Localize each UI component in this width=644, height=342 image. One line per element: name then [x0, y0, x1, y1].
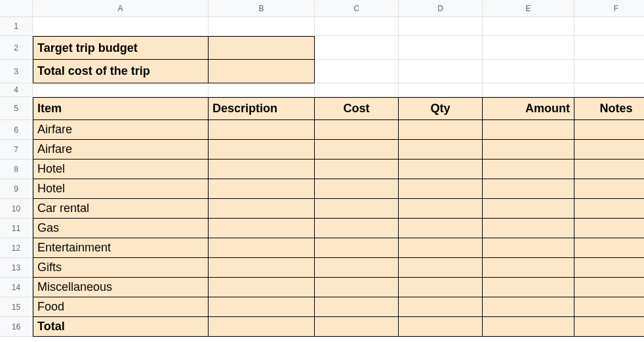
- cell-e4[interactable]: [483, 83, 574, 97]
- cell-cost[interactable]: [315, 120, 399, 140]
- cell-description[interactable]: [209, 258, 315, 278]
- cell-d2[interactable]: [399, 36, 483, 60]
- cell-notes[interactable]: [574, 160, 644, 179]
- cell-amount[interactable]: [483, 140, 574, 160]
- col-header-c[interactable]: C: [315, 0, 399, 17]
- cell-amount[interactable]: [483, 120, 574, 140]
- cell-notes[interactable]: [574, 120, 644, 140]
- total-label-cell[interactable]: Total: [33, 317, 209, 337]
- total-amount-cell[interactable]: [483, 317, 574, 337]
- row-header-16[interactable]: 16: [0, 317, 33, 337]
- cell-notes[interactable]: [574, 297, 644, 317]
- cell-cost[interactable]: [315, 258, 399, 278]
- cell-qty[interactable]: [399, 179, 483, 199]
- cell-description[interactable]: [209, 179, 315, 199]
- total-qty-cell[interactable]: [399, 317, 483, 337]
- row-header-3[interactable]: 3: [0, 60, 33, 83]
- cell-cost[interactable]: [315, 297, 399, 317]
- row-header-14[interactable]: 14: [0, 278, 33, 297]
- cell-c1[interactable]: [315, 17, 399, 36]
- cell-f3[interactable]: [574, 60, 644, 83]
- total-cost-label-cell[interactable]: Total cost of the trip: [33, 60, 209, 83]
- cell-item[interactable]: Hotel: [33, 179, 209, 199]
- cell-notes[interactable]: [574, 199, 644, 219]
- cell-item[interactable]: Entertainment: [33, 238, 209, 258]
- cell-cost[interactable]: [315, 179, 399, 199]
- row-header-4[interactable]: 4: [0, 83, 33, 97]
- cell-cost[interactable]: [315, 160, 399, 179]
- cell-amount[interactable]: [483, 238, 574, 258]
- col-header-a[interactable]: A: [33, 0, 209, 17]
- cell-item[interactable]: Hotel: [33, 160, 209, 179]
- cell-c4[interactable]: [315, 83, 399, 97]
- cell-a4[interactable]: [33, 83, 209, 97]
- cell-d1[interactable]: [399, 17, 483, 36]
- cell-f4[interactable]: [574, 83, 644, 97]
- col-header-e[interactable]: E: [483, 0, 574, 17]
- cell-cost[interactable]: [315, 140, 399, 160]
- cell-qty[interactable]: [399, 219, 483, 238]
- cell-cost[interactable]: [315, 199, 399, 219]
- cell-c3[interactable]: [315, 60, 399, 83]
- cell-description[interactable]: [209, 219, 315, 238]
- cell-amount[interactable]: [483, 160, 574, 179]
- cell-f1[interactable]: [574, 17, 644, 36]
- target-budget-value-cell[interactable]: [209, 36, 315, 60]
- cell-item[interactable]: Gifts: [33, 258, 209, 278]
- cell-e1[interactable]: [483, 17, 574, 36]
- total-description-cell[interactable]: [209, 317, 315, 337]
- header-notes[interactable]: Notes: [574, 97, 644, 120]
- cell-amount[interactable]: [483, 179, 574, 199]
- row-header-2[interactable]: 2: [0, 36, 33, 60]
- row-header-13[interactable]: 13: [0, 258, 33, 278]
- row-header-11[interactable]: 11: [0, 219, 33, 238]
- cell-qty[interactable]: [399, 199, 483, 219]
- row-header-9[interactable]: 9: [0, 179, 33, 199]
- cell-qty[interactable]: [399, 297, 483, 317]
- cell-amount[interactable]: [483, 297, 574, 317]
- header-cost[interactable]: Cost: [315, 97, 399, 120]
- header-item[interactable]: Item: [33, 97, 209, 120]
- cell-description[interactable]: [209, 140, 315, 160]
- col-header-b[interactable]: B: [209, 0, 315, 17]
- header-description[interactable]: Description: [209, 97, 315, 120]
- cell-description[interactable]: [209, 297, 315, 317]
- cell-notes[interactable]: [574, 238, 644, 258]
- header-qty[interactable]: Qty: [399, 97, 483, 120]
- cell-qty[interactable]: [399, 120, 483, 140]
- cell-amount[interactable]: [483, 199, 574, 219]
- cell-item[interactable]: Gas: [33, 219, 209, 238]
- cell-amount[interactable]: [483, 258, 574, 278]
- cell-e2[interactable]: [483, 36, 574, 60]
- cell-amount[interactable]: [483, 219, 574, 238]
- cell-description[interactable]: [209, 238, 315, 258]
- cell-item[interactable]: Car rental: [33, 199, 209, 219]
- cell-c2[interactable]: [315, 36, 399, 60]
- cell-qty[interactable]: [399, 278, 483, 297]
- cell-description[interactable]: [209, 160, 315, 179]
- total-cost-value-cell[interactable]: [209, 60, 315, 83]
- cell-e3[interactable]: [483, 60, 574, 83]
- cell-qty[interactable]: [399, 140, 483, 160]
- cell-item[interactable]: Airfare: [33, 140, 209, 160]
- cell-item[interactable]: Food: [33, 297, 209, 317]
- header-amount[interactable]: Amount: [483, 97, 574, 120]
- col-header-f[interactable]: F: [574, 0, 644, 17]
- cell-b4[interactable]: [209, 83, 315, 97]
- cell-notes[interactable]: [574, 179, 644, 199]
- row-header-10[interactable]: 10: [0, 199, 33, 219]
- row-header-6[interactable]: 6: [0, 120, 33, 140]
- cell-a1[interactable]: [33, 17, 209, 36]
- cell-notes[interactable]: [574, 278, 644, 297]
- row-header-8[interactable]: 8: [0, 160, 33, 179]
- cell-description[interactable]: [209, 278, 315, 297]
- cell-description[interactable]: [209, 120, 315, 140]
- row-header-7[interactable]: 7: [0, 140, 33, 160]
- row-header-1[interactable]: 1: [0, 17, 33, 36]
- cell-d4[interactable]: [399, 83, 483, 97]
- cell-cost[interactable]: [315, 278, 399, 297]
- cell-qty[interactable]: [399, 160, 483, 179]
- total-notes-cell[interactable]: [574, 317, 644, 337]
- row-header-12[interactable]: 12: [0, 238, 33, 258]
- cell-amount[interactable]: [483, 278, 574, 297]
